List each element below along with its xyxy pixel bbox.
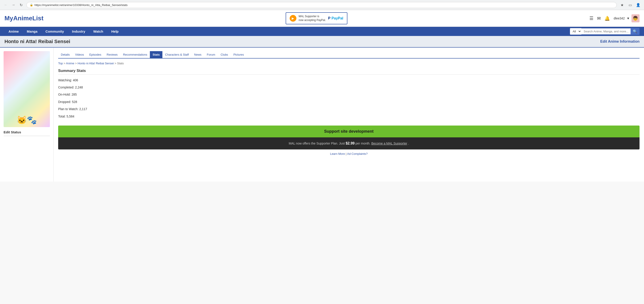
header-right: ☰ ✉ 🔔 dlee342 ▼ 👦 <box>590 14 640 22</box>
completed-value: 2,248 <box>75 86 83 89</box>
paypal-play-icon: ▶ <box>290 15 296 22</box>
cast-button[interactable]: ▭ <box>627 2 633 8</box>
mal-header: MyAnimeList ▶ MAL Supporter is now accep… <box>0 10 644 27</box>
search-input[interactable] <box>581 28 630 34</box>
edit-status-divider <box>4 136 50 136</box>
breadcrumb-sep1: > <box>64 62 66 65</box>
page-title: Honto ni Atta! Reibai Sensei <box>4 39 70 44</box>
total-value: 5,584 <box>66 115 74 118</box>
completed-label: Completed: <box>58 86 74 89</box>
edit-status-label: Edit Status <box>4 130 50 134</box>
stat-watching: Watching: 406 <box>58 78 640 83</box>
stats-section: Summary Stats Watching: 406 Completed: 2… <box>58 69 640 119</box>
tab-pictures[interactable]: Pictures <box>230 51 246 58</box>
forward-button[interactable]: → <box>10 2 16 8</box>
tab-episodes[interactable]: Episodes <box>86 51 104 58</box>
user-dropdown-icon: ▼ <box>626 16 630 20</box>
stat-dropped: Dropped: 528 <box>58 99 640 104</box>
tab-videos[interactable]: Videos <box>72 51 87 58</box>
dropped-value: 528 <box>72 100 77 104</box>
main-nav: Anime Manga Community Industry Watch Hel… <box>0 27 644 36</box>
stats-section-title: Summary Stats <box>58 69 640 75</box>
become-supporter-link[interactable]: Become a MAL Supporter <box>371 142 407 145</box>
footer-links: Learn More | Ad Complaints? <box>58 150 640 158</box>
browser-chrome: ← → ↻ 🔒 https://myanimelist.net/anime/10… <box>0 0 644 10</box>
reload-button[interactable]: ↻ <box>18 2 24 8</box>
url-text: https://myanimelist.net/anime/10338/Hont… <box>34 3 128 7</box>
stat-plantowatch: Plan to Watch: 2,117 <box>58 107 640 112</box>
username: dlee342 <box>614 16 625 20</box>
watching-label: Watching: <box>58 78 72 82</box>
paypal-line1: MAL Supporter is <box>298 14 326 18</box>
watching-value: 406 <box>73 78 78 82</box>
onhold-label: On-Hold: <box>58 93 71 96</box>
nav-item-anime[interactable]: Anime <box>4 27 23 36</box>
paypal-text: MAL Supporter is now accepting PayPal. <box>298 14 326 22</box>
paypal-banner[interactable]: ▶ MAL Supporter is now accepting PayPal.… <box>286 12 348 24</box>
footer-separator: | <box>346 152 346 155</box>
breadcrumb-series[interactable]: Honto ni Atta! Reibai Sensei <box>78 62 114 65</box>
onhold-value: 285 <box>72 93 77 96</box>
nav-item-industry[interactable]: Industry <box>68 27 89 36</box>
stat-completed-wrapper: Completed: 2,248 <box>58 85 640 90</box>
mal-logo[interactable]: MyAnimeList <box>4 15 44 22</box>
tab-stats[interactable]: Stats <box>150 51 162 58</box>
support-banner: Support site development MAL now offers … <box>58 126 640 150</box>
breadcrumb-top[interactable]: Top <box>58 62 63 65</box>
main-content: 🐱🐾 Edit Status Details Videos Episodes R… <box>0 48 644 182</box>
search-button[interactable]: 🔍 <box>630 28 640 35</box>
bell-icon[interactable]: 🔔 <box>604 16 610 21</box>
mail-icon[interactable]: ✉ <box>597 16 601 21</box>
breadcrumb: Top > Anime > Honto ni Atta! Reibai Sens… <box>58 62 640 65</box>
tab-details[interactable]: Details <box>58 51 72 58</box>
support-per-month: per month. <box>356 142 370 145</box>
user-menu[interactable]: dlee342 ▼ 👦 <box>614 14 640 22</box>
nav-item-help[interactable]: Help <box>107 27 123 36</box>
tab-reviews[interactable]: Reviews <box>104 51 120 58</box>
learn-more-link[interactable]: Learn More <box>330 152 345 155</box>
back-button[interactable]: ← <box>3 2 9 8</box>
breadcrumb-anime[interactable]: Anime <box>66 62 74 65</box>
user-avatar: 👦 <box>632 14 640 22</box>
search-type-select[interactable]: All <box>570 28 581 35</box>
nav-item-community[interactable]: Community <box>42 27 68 36</box>
paypal-line2: now accepting PayPal. <box>298 18 326 22</box>
secure-icon: 🔒 <box>30 3 33 6</box>
plantowatch-value: 2,117 <box>79 107 87 111</box>
support-price: $2.99 <box>346 141 354 145</box>
stat-completed: Completed: 2,248 <box>58 86 83 89</box>
tab-characters-staff[interactable]: Characters & Staff <box>162 51 192 58</box>
anime-cover-image: 🐱🐾 <box>4 51 50 127</box>
plantowatch-label: Plan to Watch: <box>58 107 78 111</box>
menu-icon[interactable]: ☰ <box>590 16 594 21</box>
support-banner-header: Support site development <box>58 126 640 137</box>
tab-forum[interactable]: Forum <box>204 51 218 58</box>
tab-clubs[interactable]: Clubs <box>218 51 230 58</box>
breadcrumb-sep2: > <box>75 62 78 65</box>
edit-anime-link[interactable]: Edit Anime Information <box>600 39 640 44</box>
browser-actions: ★ ▭ 👤 <box>619 2 641 8</box>
cover-art: 🐱🐾 <box>4 51 50 127</box>
sub-nav: Details Videos Episodes Reviews Recommen… <box>58 51 640 58</box>
support-body-text: MAL now offers the Supporter Plan. Just <box>289 142 345 145</box>
tab-news[interactable]: News <box>192 51 204 58</box>
profile-button[interactable]: 👤 <box>635 2 641 8</box>
stat-onhold: On-Hold: 285 <box>58 92 640 97</box>
tab-recommendations[interactable]: Recommendations <box>120 51 150 58</box>
nav-item-manga[interactable]: Manga <box>23 27 42 36</box>
dropped-label: Dropped: <box>58 100 71 104</box>
search-bar: All 🔍 <box>570 28 640 35</box>
breadcrumb-sep3: > <box>114 62 117 65</box>
anime-sidebar: 🐱🐾 Edit Status <box>0 48 54 182</box>
paypal-logo: P PayPal <box>328 16 343 20</box>
nav-item-watch[interactable]: Watch <box>89 27 107 36</box>
page-title-bar: Honto ni Atta! Reibai Sensei Edit Anime … <box>0 36 644 48</box>
ad-complaints-link[interactable]: Ad Complaints? <box>347 152 368 155</box>
support-period: . <box>408 142 409 145</box>
bookmark-button[interactable]: ★ <box>619 2 625 8</box>
breadcrumb-current: Stats <box>117 62 124 65</box>
stat-total: Total: 5,584 <box>58 114 640 119</box>
nav-buttons: ← → ↻ <box>3 2 24 8</box>
support-banner-body: MAL now offers the Supporter Plan. Just … <box>58 137 640 150</box>
address-bar[interactable]: 🔒 https://myanimelist.net/anime/10338/Ho… <box>26 2 617 8</box>
